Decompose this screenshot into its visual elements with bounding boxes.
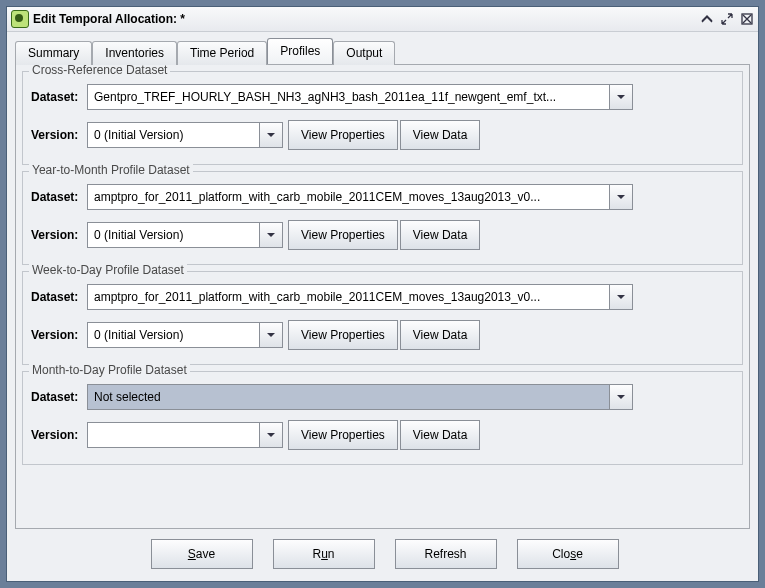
view-data-button[interactable]: View Data [400, 320, 480, 350]
dataset-value: amptpro_for_2011_platform_with_carb_mobi… [88, 185, 609, 209]
version-value: 0 (Initial Version) [88, 123, 259, 147]
dataset-dropdown[interactable]: amptpro_for_2011_platform_with_carb_mobi… [87, 184, 633, 210]
dataset-dropdown[interactable]: Not selected [87, 384, 633, 410]
dataset-label: Dataset: [31, 290, 87, 304]
chevron-down-icon [609, 185, 632, 209]
dataset-value: amptpro_for_2011_platform_with_carb_mobi… [88, 285, 609, 309]
version-dropdown[interactable] [87, 422, 283, 448]
view-properties-button[interactable]: View Properties [288, 320, 398, 350]
chevron-down-icon [259, 123, 282, 147]
close-button[interactable]: Close [517, 539, 619, 569]
version-dropdown[interactable]: 0 (Initial Version) [87, 122, 283, 148]
dataset-value: Not selected [88, 385, 609, 409]
group-title: Month-to-Day Profile Dataset [29, 363, 190, 377]
version-value: 0 (Initial Version) [88, 323, 259, 347]
group-title: Week-to-Day Profile Dataset [29, 263, 187, 277]
chevron-down-icon [609, 85, 632, 109]
version-label: Version: [31, 428, 87, 442]
app-icon [11, 10, 29, 28]
dataset-label: Dataset: [31, 90, 87, 104]
version-dropdown[interactable]: 0 (Initial Version) [87, 222, 283, 248]
tab-time-period[interactable]: Time Period [177, 41, 267, 65]
version-label: Version: [31, 128, 87, 142]
mnemonic: s [570, 547, 576, 561]
version-dropdown[interactable]: 0 (Initial Version) [87, 322, 283, 348]
window-title: Edit Temporal Allocation: * [33, 12, 700, 26]
minimize-icon[interactable] [700, 12, 714, 26]
dataset-label: Dataset: [31, 190, 87, 204]
view-data-button[interactable]: View Data [400, 120, 480, 150]
view-properties-button[interactable]: View Properties [288, 220, 398, 250]
tab-strip: Summary Inventories Time Period Profiles… [15, 40, 750, 64]
chevron-down-icon [609, 285, 632, 309]
window-controls [700, 12, 754, 26]
group-cross-reference: Cross-Reference Dataset Dataset: Gentpro… [22, 71, 743, 165]
chevron-down-icon [259, 423, 282, 447]
chevron-down-icon [259, 223, 282, 247]
view-data-button[interactable]: View Data [400, 420, 480, 450]
version-value [88, 423, 259, 447]
window: Edit Temporal Allocation: * Summary Inve… [6, 6, 759, 582]
version-label: Version: [31, 328, 87, 342]
dataset-dropdown[interactable]: amptpro_for_2011_platform_with_carb_mobi… [87, 284, 633, 310]
window-content: Summary Inventories Time Period Profiles… [7, 32, 758, 581]
tab-output[interactable]: Output [333, 41, 395, 65]
mnemonic: S [188, 547, 196, 561]
tab-panel-profiles: Cross-Reference Dataset Dataset: Gentpro… [15, 64, 750, 529]
maximize-icon[interactable] [720, 12, 734, 26]
close-icon[interactable] [740, 12, 754, 26]
chevron-down-icon [259, 323, 282, 347]
view-data-button[interactable]: View Data [400, 220, 480, 250]
version-value: 0 (Initial Version) [88, 223, 259, 247]
group-month-to-day: Month-to-Day Profile Dataset Dataset: No… [22, 371, 743, 465]
button-bar: Save Run Refresh Close [15, 529, 750, 573]
mnemonic: u [321, 547, 328, 561]
group-week-to-day: Week-to-Day Profile Dataset Dataset: amp… [22, 271, 743, 365]
dataset-value: Gentpro_TREF_HOURLY_BASH_NH3_agNH3_bash_… [88, 85, 609, 109]
group-year-to-month: Year-to-Month Profile Dataset Dataset: a… [22, 171, 743, 265]
tab-inventories[interactable]: Inventories [92, 41, 177, 65]
dataset-dropdown[interactable]: Gentpro_TREF_HOURLY_BASH_NH3_agNH3_bash_… [87, 84, 633, 110]
tab-summary[interactable]: Summary [15, 41, 92, 65]
group-title: Year-to-Month Profile Dataset [29, 163, 193, 177]
view-properties-button[interactable]: View Properties [288, 420, 398, 450]
tab-profiles[interactable]: Profiles [267, 38, 333, 64]
chevron-down-icon [609, 385, 632, 409]
dataset-label: Dataset: [31, 390, 87, 404]
run-button[interactable]: Run [273, 539, 375, 569]
view-properties-button[interactable]: View Properties [288, 120, 398, 150]
title-bar: Edit Temporal Allocation: * [7, 7, 758, 32]
group-title: Cross-Reference Dataset [29, 64, 170, 77]
version-label: Version: [31, 228, 87, 242]
refresh-button[interactable]: Refresh [395, 539, 497, 569]
save-button[interactable]: Save [151, 539, 253, 569]
